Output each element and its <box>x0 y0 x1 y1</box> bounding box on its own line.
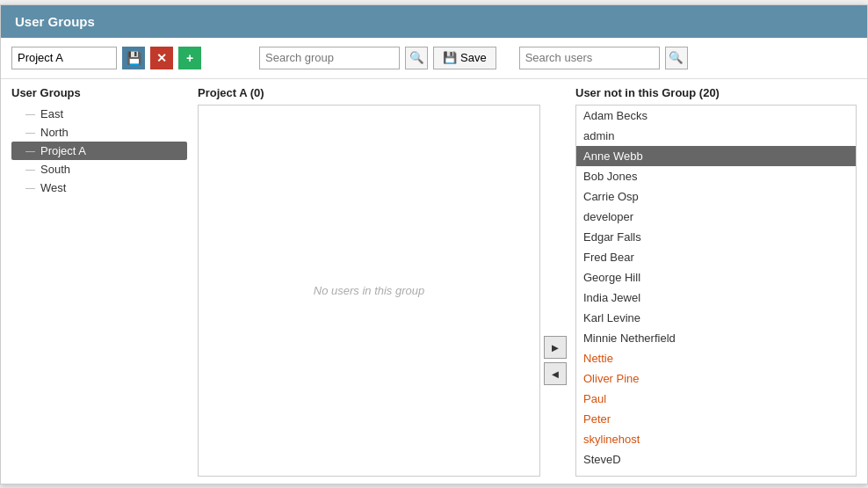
add-arrow-icon: ► <box>550 341 561 354</box>
groups-tree: EastNorthProject ASouthWest <box>11 105 187 197</box>
search-users-button[interactable]: 🔍 <box>665 47 688 69</box>
user-item[interactable]: admin <box>576 126 856 146</box>
add-group-button[interactable]: + <box>178 47 201 69</box>
tree-item[interactable]: Project A <box>11 142 187 160</box>
save-label: Save <box>460 51 487 64</box>
search-group-input[interactable] <box>259 47 400 69</box>
main-content: User Groups EastNorthProject ASouthWest … <box>1 79 867 484</box>
app-header: User Groups <box>1 5 867 38</box>
middle-panel: Project A (0) No users in this group ► ◄ <box>198 86 570 477</box>
save-button[interactable]: 💾 Save <box>433 47 496 69</box>
user-item[interactable]: Oliver Pine <box>576 368 856 389</box>
group-name-input[interactable] <box>11 47 117 69</box>
remove-from-group-button[interactable]: ◄ <box>544 362 567 385</box>
user-item[interactable]: Peter <box>576 409 856 429</box>
right-panel: User not in this Group (20) Adam Becksad… <box>575 86 857 477</box>
add-to-group-button[interactable]: ► <box>544 336 567 359</box>
user-item[interactable]: Bob Jones <box>576 166 856 186</box>
left-panel-label: User Groups <box>11 86 187 99</box>
remove-arrow-icon: ◄ <box>550 368 561 381</box>
app-title: User Groups <box>15 14 95 29</box>
tree-item[interactable]: South <box>11 160 187 178</box>
user-item[interactable]: SteveD <box>576 449 856 470</box>
user-item[interactable]: Paul <box>576 389 856 409</box>
users-list: Adam BecksadminAnne WebbBob JonesCarrie … <box>575 105 857 477</box>
save-icon: 💾 <box>127 51 141 65</box>
middle-panel-label: Project A (0) <box>198 86 570 99</box>
group-members-box: No users in this group <box>198 105 540 477</box>
cancel-icon: ✕ <box>156 51 167 65</box>
cancel-button[interactable]: ✕ <box>150 47 173 69</box>
search-users-input[interactable] <box>519 47 660 69</box>
user-item[interactable]: Edgar Falls <box>576 227 856 247</box>
user-item[interactable]: India Jewel <box>576 288 856 308</box>
toolbar: 💾 ✕ + 🔍 💾 Save 🔍 <box>1 38 867 79</box>
tree-item[interactable]: West <box>11 178 187 197</box>
empty-group-message: No users in this group <box>314 284 424 297</box>
user-item[interactable]: skylinehost <box>576 429 856 449</box>
save-floppy-icon: 💾 <box>443 51 457 64</box>
left-panel: User Groups EastNorthProject ASouthWest <box>11 86 187 477</box>
transfer-buttons: ► ◄ <box>540 105 570 477</box>
search-users-icon: 🔍 <box>669 51 684 64</box>
user-item[interactable]: Carrie Osp <box>576 186 856 207</box>
user-item[interactable]: Karl Levine <box>576 308 856 328</box>
user-item[interactable]: Anne Webb <box>576 146 856 166</box>
save-group-button[interactable]: 💾 <box>122 47 145 69</box>
right-panel-label: User not in this Group (20) <box>575 86 857 99</box>
tree-item[interactable]: North <box>11 123 187 142</box>
search-group-icon: 🔍 <box>409 51 424 64</box>
user-item[interactable]: Adam Becks <box>576 106 856 126</box>
user-item[interactable]: Minnie Netherfield <box>576 328 856 348</box>
add-icon: + <box>186 51 193 65</box>
tree-item[interactable]: East <box>11 105 187 123</box>
search-group-button[interactable]: 🔍 <box>405 47 428 69</box>
app-container: User Groups 💾 ✕ + 🔍 💾 Save 🔍 User Groups <box>0 4 868 484</box>
user-item[interactable]: Fred Bear <box>576 247 856 267</box>
user-item[interactable]: George Hill <box>576 267 856 288</box>
user-item[interactable]: developer <box>576 207 856 227</box>
user-item[interactable]: Nettie <box>576 348 856 368</box>
